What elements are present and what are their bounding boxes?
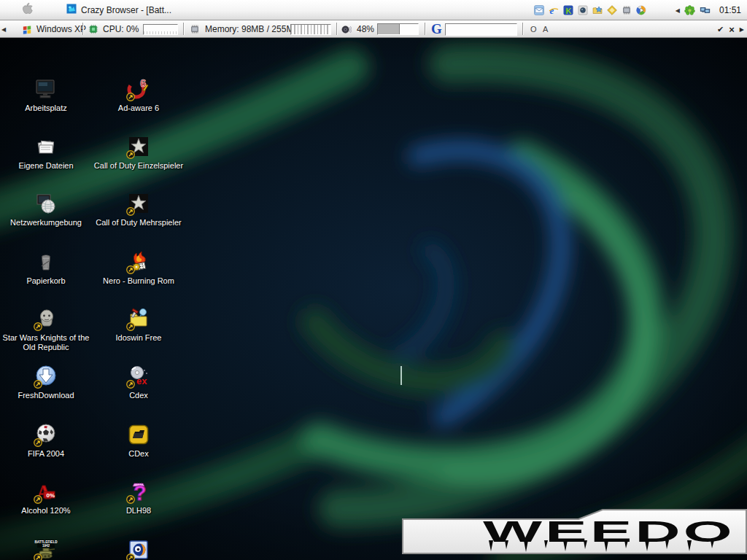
download-ball-icon: [34, 365, 58, 388]
shortcut-arrow-icon: [125, 553, 136, 560]
kazaa-icon[interactable]: K: [562, 4, 574, 16]
desktop-icon-cdex[interactable]: CDex: [77, 423, 201, 459]
alcohol-a-icon: A0%: [34, 480, 58, 503]
media-player-icon[interactable]: [635, 4, 647, 16]
cd-ex-icon: ex: [127, 365, 150, 388]
shortcut-arrow-icon: [125, 494, 136, 505]
soccer-ball-icon: [34, 423, 58, 446]
desktop-icon-battlefield-1942[interactable]: BATTLEFIELD1942Battlefield 1942: [1, 538, 91, 560]
windows-flag-icon: [22, 20, 33, 38]
desktop-icon-cdex[interactable]: exCdex: [77, 365, 201, 400]
memory-usage-label: Memory: 98MB / 255MB: [205, 20, 299, 38]
desktop-icon-ad-aware-6[interactable]: 6Ad-aware 6: [77, 77, 201, 113]
toolbar-apply-icon[interactable]: ✔: [717, 25, 724, 34]
screen: Crazy Browser - [Batt... eK ◀ 01:51 ◀ Wi…: [0, 0, 747, 560]
separator: [336, 23, 338, 35]
toolbar-collapse-icon[interactable]: ◀: [1, 20, 6, 38]
computer-icon: [34, 77, 58, 101]
tank-icon: BATTLEFIELD1942: [34, 538, 58, 560]
memory-usage-meter: [290, 24, 331, 35]
toolbar-close-icon[interactable]: ×: [729, 24, 735, 35]
watermark-text: WEEDO: [483, 516, 735, 548]
tool-folder-icon: [127, 307, 150, 330]
photoshop-eye-icon: [127, 538, 150, 560]
shortcut-arrow-icon: [33, 494, 43, 505]
desktop-icon-nero-burning-rom[interactable]: Nero - Burning Rom: [77, 250, 201, 286]
tray-collapse-icon[interactable]: ◀: [676, 7, 680, 14]
volume-meter[interactable]: [377, 23, 419, 35]
shortcut-arrow-icon: [33, 322, 43, 332]
desktop-icon-label: Call of Duty Einzelspieler: [94, 161, 183, 171]
taskbar-window-label: Crazy Browser - [Batt...: [81, 5, 171, 15]
desktop-icon-label: Nero - Burning Rom: [103, 276, 174, 286]
toolbar-letter-o-icon[interactable]: O: [530, 20, 537, 38]
memory-chip-icon: [189, 20, 201, 38]
volume-speaker-icon[interactable]: [341, 20, 352, 38]
google-search-input[interactable]: [445, 23, 517, 36]
toolbar-controls: ✔ × ▶: [717, 20, 744, 38]
separator: [522, 23, 524, 35]
separator: [82, 23, 84, 35]
shortcut-arrow-icon: [125, 149, 136, 160]
tray-clock: 01:51: [715, 5, 744, 15]
desktop-icon-label: Idoswin Free: [116, 333, 162, 343]
desktop-icon-label: DLH98: [126, 506, 151, 516]
desktop-icon-label: Call of Duty Mehrspieler: [96, 218, 181, 228]
google-toolbar-logo: G: [431, 21, 442, 37]
desktop-icon-label: Ad-aware 6: [118, 104, 159, 113]
desktop[interactable]: Arbeitsplatz6Ad-aware 6Eigene DateienCal…: [0, 38, 747, 560]
desktop-icon-label: CDex: [128, 449, 149, 459]
crazy-browser-icon: [66, 3, 77, 18]
toolbar-more-icon[interactable]: ▶: [740, 26, 744, 33]
xp-star-folder-icon[interactable]: [592, 4, 603, 16]
desktop-icon-dlh98[interactable]: ?DLH98: [77, 480, 201, 516]
tray-icons: [684, 4, 711, 17]
magenta-question-icon: ?: [127, 480, 150, 503]
desktop-icon-label: FIFA 2004: [28, 449, 64, 459]
yellow-folder-app-icon: [127, 423, 150, 446]
cod-star-icon: [127, 135, 150, 158]
desktop-icon-label: Papierkorb: [26, 276, 65, 286]
taskbar-window-button[interactable]: Crazy Browser - [Batt...: [61, 2, 176, 18]
shortcut-arrow-icon: [125, 322, 136, 332]
nero-flame-icon: [127, 250, 150, 273]
desktop-icon-verkn-pfung-mit-photoshop[interactable]: Verknüpfung mit Photoshop: [101, 538, 177, 560]
shortcut-arrow-icon: [33, 438, 43, 448]
desktop-icon-label: Netzwerkumgebung: [10, 218, 82, 228]
shortcut-arrow-icon: [125, 379, 136, 389]
shortcut-arrow-icon: [125, 206, 136, 217]
desktop-icon-idoswin-free[interactable]: Idoswin Free: [77, 307, 201, 343]
desktop-icon-label: Eigene Dateien: [18, 161, 73, 171]
svg-text:1942: 1942: [42, 544, 50, 548]
app-box-icon[interactable]: [577, 4, 589, 16]
icq-flower-icon[interactable]: [684, 4, 696, 17]
network-globe-icon: [34, 192, 58, 215]
cpu-usage-label: CPU: 0%: [103, 20, 139, 38]
cod-star-icon: [127, 192, 150, 215]
volume-percent-label: 48%: [357, 20, 374, 38]
network-computers-icon[interactable]: [699, 4, 711, 17]
internet-explorer-icon[interactable]: e: [548, 4, 560, 16]
start-button[interactable]: [16, 1, 38, 19]
gold-badge-icon[interactable]: [606, 4, 618, 16]
separator: [183, 23, 185, 35]
adaware-icon: 6: [127, 77, 150, 101]
system-tray: ◀ 01:51: [676, 0, 744, 20]
desktop-icon-call-of-duty-einzelspieler[interactable]: Call of Duty Einzelspieler: [76, 135, 201, 171]
recycle-bin-icon: [34, 250, 58, 273]
cpu-usage-meter: [143, 24, 178, 35]
svg-text:0%: 0%: [47, 492, 55, 499]
separator: [425, 23, 426, 35]
shortcut-arrow-icon: [125, 92, 136, 102]
system-monitor-toolbar: ◀ Windows XP CPU: 0% Memory: 98MB / 255M…: [0, 20, 747, 38]
taskbar: Crazy Browser - [Batt... eK ◀ 01:51: [0, 0, 747, 20]
desktop-icon-label: Alcohol 120%: [21, 506, 70, 516]
toolbar-letter-a-icon[interactable]: A: [543, 20, 548, 38]
desktop-icon-call-of-duty-mehrspieler[interactable]: Call of Duty Mehrspieler: [76, 192, 201, 228]
outlook-express-icon[interactable]: [533, 4, 545, 16]
memory-chip-icon[interactable]: [621, 4, 632, 16]
quick-launch-bar: eK: [533, 4, 647, 16]
svg-text:6: 6: [140, 77, 146, 89]
svg-text:ex: ex: [136, 376, 147, 386]
shortcut-arrow-icon: [125, 265, 136, 275]
